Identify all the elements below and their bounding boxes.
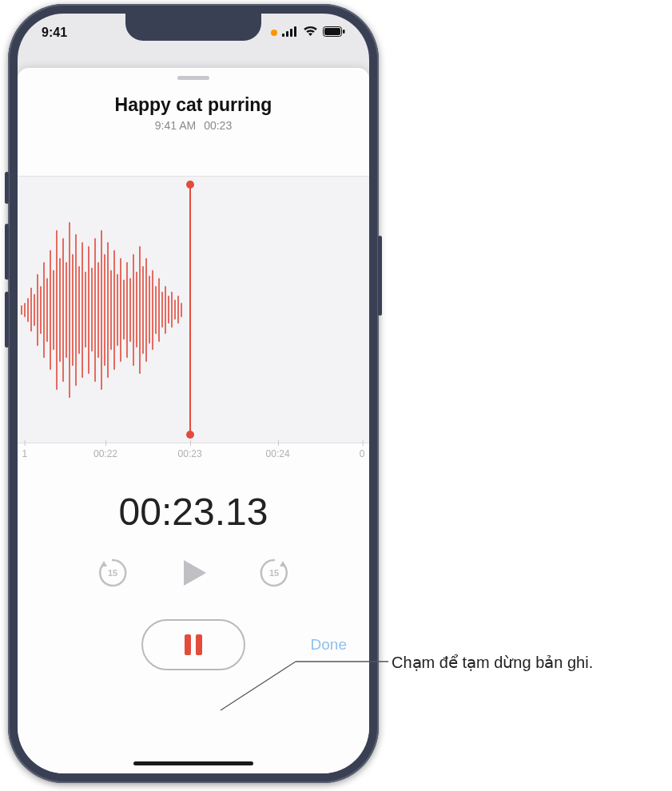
svg-rect-3 bbox=[294, 26, 296, 37]
ruler-tick: 0 bbox=[360, 448, 365, 459]
ruler-tick: 00:22 bbox=[93, 448, 117, 459]
cellular-icon bbox=[282, 26, 298, 40]
svg-rect-6 bbox=[343, 30, 345, 34]
side-button bbox=[378, 236, 382, 316]
notch bbox=[125, 14, 261, 41]
playhead[interactable] bbox=[189, 185, 191, 435]
callout-text: Chạm để tạm dừng bản ghi. bbox=[392, 652, 655, 674]
waveform-area[interactable] bbox=[18, 176, 369, 443]
recording-time: 9:41 AM bbox=[155, 119, 196, 132]
ruler-tick: 00:24 bbox=[266, 448, 290, 459]
mute-switch bbox=[5, 172, 9, 204]
home-indicator[interactable] bbox=[133, 761, 253, 765]
wifi-icon bbox=[303, 26, 318, 40]
rewind-seconds: 15 bbox=[108, 568, 117, 578]
battery-icon bbox=[323, 26, 345, 40]
phone-frame: 9:41 Happy cat purring 9:41 AM 00:23 bbox=[8, 4, 379, 783]
svg-rect-0 bbox=[282, 34, 284, 37]
svg-rect-5 bbox=[324, 28, 340, 35]
volume-up-button bbox=[5, 224, 9, 280]
waveform bbox=[18, 177, 189, 443]
recording-title[interactable]: Happy cat purring bbox=[18, 94, 369, 116]
sheet-grabber[interactable] bbox=[177, 76, 209, 80]
recording-duration: 00:23 bbox=[204, 119, 232, 132]
ruler-tick: 00:23 bbox=[178, 448, 202, 459]
status-time: 9:41 bbox=[42, 26, 67, 40]
forward-seconds: 15 bbox=[269, 568, 279, 578]
recording-subtitle: 9:41 AM 00:23 bbox=[18, 119, 369, 132]
rewind-15-button[interactable]: 15 bbox=[96, 556, 129, 590]
screen: 9:41 Happy cat purring 9:41 AM 00:23 bbox=[18, 14, 369, 773]
time-ruler: 1 00:22 00:23 00:24 0 bbox=[18, 443, 369, 467]
forward-15-button[interactable]: 15 bbox=[257, 556, 291, 590]
recording-indicator-dot bbox=[271, 30, 277, 36]
ruler-tick: 1 bbox=[22, 448, 27, 459]
done-button[interactable]: Done bbox=[311, 636, 347, 654]
transport-controls: 15 15 bbox=[18, 556, 369, 590]
pause-recording-button[interactable] bbox=[141, 619, 245, 670]
play-button[interactable] bbox=[177, 557, 209, 589]
svg-rect-2 bbox=[290, 29, 292, 37]
pause-icon bbox=[185, 634, 202, 655]
elapsed-timer: 00:23.13 bbox=[18, 490, 369, 534]
recording-sheet: Happy cat purring 9:41 AM 00:23 1 00:22 … bbox=[18, 68, 369, 773]
svg-rect-1 bbox=[286, 31, 288, 37]
volume-down-button bbox=[5, 292, 9, 348]
